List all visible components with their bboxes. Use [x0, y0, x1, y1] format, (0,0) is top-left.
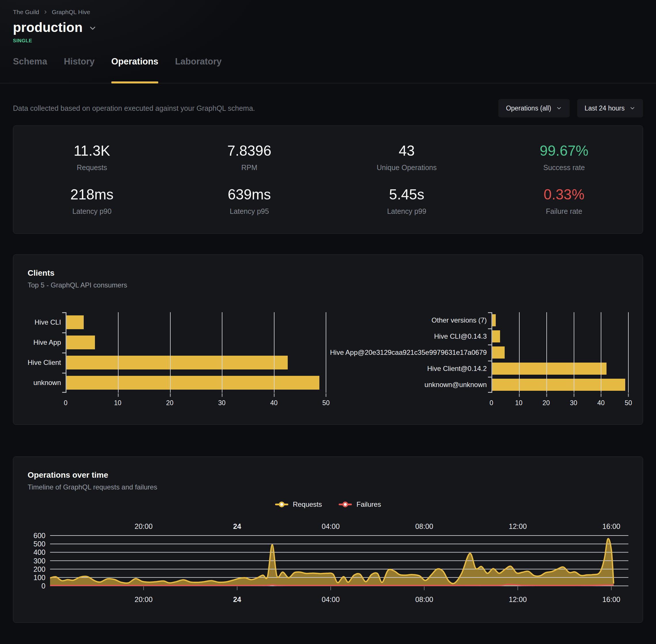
bar: [492, 379, 625, 391]
y-tick-label: 400: [33, 548, 45, 556]
x-tick-label: 16:00: [602, 522, 620, 531]
breadcrumb-org-link[interactable]: The Guild: [13, 9, 39, 16]
stat-requests: 11.3K Requests: [13, 142, 171, 172]
bar: [492, 363, 607, 375]
y-tick-label: 300: [33, 557, 45, 565]
y-tick-label: 600: [33, 531, 45, 540]
x-tick-label: 50: [625, 399, 632, 407]
stat-value: 218ms: [13, 186, 171, 203]
bar: [67, 356, 287, 369]
x-tick-label: 04:00: [322, 522, 340, 531]
stat-success-rate: 99.67% Success rate: [485, 142, 643, 172]
tab-history[interactable]: History: [64, 56, 95, 83]
gridline: [628, 312, 629, 393]
stat-failure-rate: 0.33% Failure rate: [485, 186, 643, 215]
operations-card-subtitle: Timeline of GraphQL requests and failure…: [28, 483, 628, 491]
stat-value: 7.8396: [171, 142, 328, 159]
axis-tick: [118, 393, 119, 397]
page-header: The Guild GraphQL Hive production SINGLE: [0, 0, 656, 44]
clients-bar-chart: Hive CLIHive AppHive Clientunknown 01020…: [28, 312, 326, 409]
timeline-chart: 20:002404:0008:0012:0016:00 600500400300…: [28, 522, 628, 607]
legend-label: Requests: [293, 500, 322, 508]
gridline: [274, 312, 275, 393]
gridline: [601, 312, 601, 393]
stat-value: 99.67%: [485, 142, 643, 159]
bar-category-label: Hive App: [28, 332, 66, 352]
stat-latency-p99: 5.45s Latency p99: [328, 186, 485, 215]
legend-item-requests[interactable]: Requests: [275, 500, 322, 509]
stat-latency-p90: 218ms Latency p90: [13, 186, 171, 215]
axis-tick: [62, 392, 66, 393]
axis-tick: [488, 328, 491, 329]
stat-value: 11.3K: [13, 142, 171, 159]
bar-category-label: Hive CLI@0.14.3: [330, 328, 491, 344]
chevron-down-icon: [629, 105, 636, 111]
x-tick-label: 10: [114, 399, 121, 407]
stat-label: Latency p95: [171, 207, 328, 215]
axis-tick: [488, 361, 491, 362]
x-tick-label: 10: [515, 399, 522, 407]
bar-category-label: Hive Client@0.14.2: [330, 361, 491, 377]
axis-tick: [62, 332, 66, 333]
client-versions-bar-chart: Other versions (7)Hive CLI@0.14.3Hive Ap…: [330, 312, 628, 409]
tab-laboratory[interactable]: Laboratory: [175, 56, 221, 83]
legend-item-failures[interactable]: Failures: [338, 500, 381, 509]
y-tick-label: 100: [33, 574, 45, 582]
stat-value: 0.33%: [485, 186, 643, 203]
x-tick-label: 30: [570, 399, 578, 407]
bar-category-label: unknown@unknown: [330, 377, 491, 393]
operations-card-title: Operations over time: [28, 470, 628, 480]
breadcrumb: The Guild GraphQL Hive: [13, 0, 643, 16]
gridline: [170, 312, 171, 393]
axis-tick: [488, 377, 491, 377]
x-tick-label: 40: [597, 399, 605, 407]
stat-value: 639ms: [171, 186, 328, 203]
x-tick-label: 50: [322, 399, 330, 407]
axis-tick: [62, 373, 66, 373]
gridline: [222, 312, 222, 393]
bar-chart-category-labels: Other versions (7)Hive CLI@0.14.3Hive Ap…: [330, 312, 491, 393]
x-tick-label: 20:00: [135, 522, 153, 531]
target-mode-badge: SINGLE: [13, 38, 643, 44]
axis-tick: [488, 312, 491, 313]
page-title: production: [13, 20, 83, 35]
bar-category-label: Hive App@20e3129caa921c35e9979631e17a067…: [330, 344, 491, 361]
x-tick-label: 24: [233, 595, 241, 604]
bar: [492, 314, 496, 326]
bar-chart-x-axis: 01020304050: [491, 399, 628, 409]
axis-tick: [573, 393, 574, 397]
timeline-y-axis: 6005004003002001000: [28, 535, 45, 591]
target-selector-chevron-down-icon[interactable]: [88, 24, 97, 34]
gridline: [519, 312, 520, 393]
breadcrumb-project-link[interactable]: GraphQL Hive: [52, 9, 90, 16]
filters-row: Data collected based on operation execut…: [13, 99, 643, 117]
tab-operations[interactable]: Operations: [111, 56, 159, 83]
x-tick-label: 0: [64, 399, 68, 407]
clients-card-subtitle: Top 5 - GraphQL API consumers: [28, 281, 628, 289]
gridline: [118, 312, 119, 393]
axis-tick: [62, 352, 66, 353]
clients-card: Clients Top 5 - GraphQL API consumers Hi…: [13, 254, 643, 425]
bar-chart-plot: [491, 312, 628, 393]
period-filter-select[interactable]: Last 24 hours: [577, 99, 643, 117]
stat-label: Success rate: [485, 163, 643, 172]
axis-tick: [170, 393, 171, 397]
bar: [67, 376, 319, 390]
x-tick-label: 0: [489, 399, 493, 407]
bar: [492, 346, 505, 359]
stat-rpm: 7.8396 RPM: [171, 142, 328, 172]
clients-card-title: Clients: [28, 269, 628, 278]
chart-legend: RequestsFailures: [28, 500, 628, 509]
legend-marker-icon: [275, 500, 288, 509]
x-tick-label: 20: [166, 399, 173, 407]
x-tick-label: 20:00: [135, 595, 153, 604]
operations-over-time-card: Operations over time Timeline of GraphQL…: [13, 456, 643, 623]
page-description: Data collected based on operation execut…: [13, 104, 255, 113]
stat-label: Latency p90: [13, 207, 171, 215]
axis-tick: [274, 393, 275, 397]
bar: [67, 315, 84, 329]
axis-tick: [628, 393, 629, 397]
stat-label: Unique Operations: [328, 163, 485, 172]
operations-filter-select[interactable]: Operations (all): [498, 99, 569, 117]
tab-schema[interactable]: Schema: [13, 56, 47, 83]
